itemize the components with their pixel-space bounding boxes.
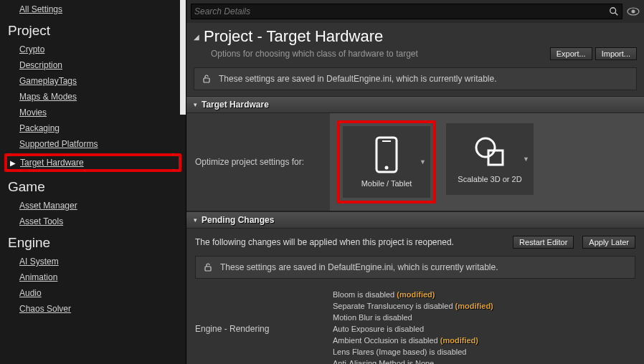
svg-point-6 <box>385 166 389 170</box>
caret-down-icon: ▾ <box>194 101 197 108</box>
change-line: Bloom is disabled (modified) <box>333 289 641 300</box>
restart-editor-button[interactable]: Restart Editor <box>513 236 574 249</box>
main-panel: ◢ Project - Target Hardware Options for … <box>186 0 644 364</box>
svg-rect-4 <box>204 78 209 82</box>
info-banner-text: These settings are saved in DefaultEngin… <box>219 74 497 84</box>
modified-tag: (modified) <box>397 290 435 299</box>
subtitle-row: Options for choosing which class of hard… <box>186 47 644 67</box>
change-line: Lens Flares (Image based) is disabled <box>333 346 641 358</box>
eye-icon[interactable] <box>627 5 640 18</box>
sidebar-item-asset-tools[interactable]: Asset Tools <box>0 214 186 229</box>
changes-list: Bloom is disabled (modified)Separate Tra… <box>330 289 644 364</box>
sidebar-item-gameplaytags[interactable]: GameplayTags <box>0 73 186 89</box>
target-hardware-row: Optimize project settings for: Mobile / … <box>186 113 644 211</box>
change-line: Separate Translucency is disabled (modif… <box>333 300 641 312</box>
hw-card-scalable[interactable]: Scalable 3D or 2D ▼ <box>446 123 534 195</box>
hw-card-mobile-label: Mobile / Tablet <box>361 179 412 188</box>
sidebar-item-animation[interactable]: Animation <box>0 269 186 285</box>
sidebar-all-settings[interactable]: All Settings <box>0 0 186 17</box>
caret-right-icon: ▶ <box>10 159 16 167</box>
search-input[interactable] <box>194 6 609 16</box>
sidebar-item-chaos-solver[interactable]: Chaos Solver <box>0 301 186 317</box>
svg-point-3 <box>632 10 635 14</box>
search-box[interactable] <box>191 4 622 19</box>
changes-row: Engine - Rendering Bloom is disabled (mo… <box>186 286 644 364</box>
hardware-options: Mobile / Tablet ▼ Scalable 3D or 2D ▼ <box>330 113 644 211</box>
scalable-icon <box>473 135 507 169</box>
section-header-target-hardware[interactable]: ▾ Target Hardware <box>186 96 644 113</box>
svg-line-1 <box>615 13 618 16</box>
info-banner-inner: These settings are saved in DefaultEngin… <box>195 256 635 279</box>
pending-text: The following changes will be applied wh… <box>195 237 504 247</box>
chevron-down-icon: ▼ <box>523 155 529 163</box>
svg-rect-10 <box>205 267 211 271</box>
sidebar-group-project: Project <box>0 17 186 42</box>
info-banner-inner-text: These settings are saved in DefaultEngin… <box>220 262 498 272</box>
settings-sidebar: All Settings Project Crypto Description … <box>0 0 186 364</box>
sidebar-item-packaging[interactable]: Packaging <box>0 120 186 136</box>
sidebar-scrollbar[interactable] <box>180 0 186 115</box>
modified-tag: (modified) <box>440 336 478 345</box>
change-line: Auto Exposure is disabled <box>333 323 641 335</box>
sidebar-item-ai-system[interactable]: AI System <box>0 254 186 269</box>
svg-point-0 <box>610 8 616 14</box>
svg-point-8 <box>476 138 495 157</box>
import-button[interactable]: Import... <box>595 47 637 60</box>
section-label: Target Hardware <box>202 100 269 110</box>
hw-card-scalable-label: Scalable 3D or 2D <box>458 175 521 183</box>
info-banner: These settings are saved in DefaultEngin… <box>194 67 637 90</box>
lock-open-icon <box>203 262 213 272</box>
sidebar-group-game: Game <box>0 173 186 198</box>
section-header-pending[interactable]: ▾ Pending Changes <box>186 211 644 229</box>
change-line: Motion Blur is disabled <box>333 312 641 323</box>
changes-group-label: Engine - Rendering <box>186 289 330 364</box>
sidebar-item-maps-modes[interactable]: Maps & Modes <box>0 89 186 105</box>
modified-tag: (modified) <box>455 302 493 310</box>
sidebar-item-target-hardware[interactable]: ▶ Target Hardware <box>4 153 181 172</box>
search-icon <box>609 6 619 16</box>
sidebar-item-asset-manager[interactable]: Asset Manager <box>0 198 186 214</box>
pending-body: The following changes will be applied wh… <box>186 229 644 256</box>
phone-icon <box>375 136 398 173</box>
lock-open-icon <box>202 74 212 84</box>
hw-card-scalable-wrap: Scalable 3D or 2D ▼ <box>443 120 536 203</box>
optimize-label: Optimize project settings for: <box>186 113 330 211</box>
sidebar-item-movies[interactable]: Movies <box>0 105 186 120</box>
page-subtitle: Options for choosing which class of hard… <box>211 49 547 59</box>
search-row <box>186 0 644 23</box>
chevron-down-icon: ▼ <box>420 158 426 166</box>
apply-later-button[interactable]: Apply Later <box>582 236 635 249</box>
svg-rect-9 <box>488 150 503 165</box>
sidebar-item-description[interactable]: Description <box>0 57 186 73</box>
export-button[interactable]: Export... <box>550 47 592 60</box>
sidebar-group-engine: Engine <box>0 229 186 254</box>
sidebar-item-audio[interactable]: Audio <box>0 285 186 301</box>
hw-card-mobile[interactable]: Mobile / Tablet ▼ <box>343 126 430 198</box>
change-line: Anti-Aliasing Method is None <box>333 358 641 364</box>
collapse-caret-icon[interactable]: ◢ <box>194 33 199 41</box>
sidebar-item-supported-platforms[interactable]: Supported Platforms <box>0 136 186 152</box>
section-label: Pending Changes <box>202 215 274 225</box>
page-title: Project - Target Hardware <box>204 27 383 46</box>
title-row: ◢ Project - Target Hardware <box>186 23 644 47</box>
hw-card-mobile-highlight: Mobile / Tablet ▼ <box>337 120 436 203</box>
caret-down-icon: ▾ <box>194 216 197 224</box>
change-line: Ambient Occlusion is disabled (modified) <box>333 335 641 346</box>
sidebar-item-crypto[interactable]: Crypto <box>0 42 186 57</box>
